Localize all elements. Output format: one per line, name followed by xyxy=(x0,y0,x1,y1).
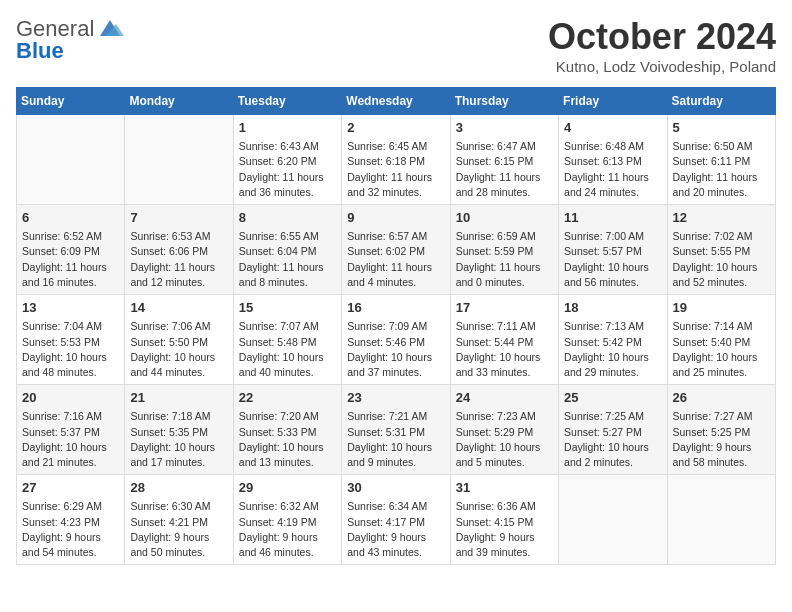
day-info: Sunrise: 6:57 AM Sunset: 6:02 PM Dayligh… xyxy=(347,229,444,290)
day-info: Sunrise: 6:50 AM Sunset: 6:11 PM Dayligh… xyxy=(673,139,770,200)
calendar-cell: 6Sunrise: 6:52 AM Sunset: 6:09 PM Daylig… xyxy=(17,205,125,295)
day-number: 19 xyxy=(673,299,770,317)
calendar-cell: 22Sunrise: 7:20 AM Sunset: 5:33 PM Dayli… xyxy=(233,385,341,475)
day-number: 14 xyxy=(130,299,227,317)
calendar-cell: 14Sunrise: 7:06 AM Sunset: 5:50 PM Dayli… xyxy=(125,295,233,385)
weekday-thursday: Thursday xyxy=(450,88,558,115)
weekday-wednesday: Wednesday xyxy=(342,88,450,115)
calendar-cell: 8Sunrise: 6:55 AM Sunset: 6:04 PM Daylig… xyxy=(233,205,341,295)
day-info: Sunrise: 7:09 AM Sunset: 5:46 PM Dayligh… xyxy=(347,319,444,380)
day-number: 1 xyxy=(239,119,336,137)
day-number: 25 xyxy=(564,389,661,407)
day-number: 18 xyxy=(564,299,661,317)
week-row-4: 20Sunrise: 7:16 AM Sunset: 5:37 PM Dayli… xyxy=(17,385,776,475)
logo-icon xyxy=(96,18,124,40)
calendar-cell: 1Sunrise: 6:43 AM Sunset: 6:20 PM Daylig… xyxy=(233,115,341,205)
location-text: Kutno, Lodz Voivodeship, Poland xyxy=(548,58,776,75)
month-title: October 2024 xyxy=(548,16,776,58)
calendar-cell: 11Sunrise: 7:00 AM Sunset: 5:57 PM Dayli… xyxy=(559,205,667,295)
calendar-cell: 27Sunrise: 6:29 AM Sunset: 4:23 PM Dayli… xyxy=(17,475,125,565)
calendar-cell xyxy=(667,475,775,565)
calendar-cell: 31Sunrise: 6:36 AM Sunset: 4:15 PM Dayli… xyxy=(450,475,558,565)
calendar-cell: 13Sunrise: 7:04 AM Sunset: 5:53 PM Dayli… xyxy=(17,295,125,385)
calendar-cell: 19Sunrise: 7:14 AM Sunset: 5:40 PM Dayli… xyxy=(667,295,775,385)
day-number: 11 xyxy=(564,209,661,227)
day-info: Sunrise: 6:32 AM Sunset: 4:19 PM Dayligh… xyxy=(239,499,336,560)
calendar-cell: 15Sunrise: 7:07 AM Sunset: 5:48 PM Dayli… xyxy=(233,295,341,385)
week-row-5: 27Sunrise: 6:29 AM Sunset: 4:23 PM Dayli… xyxy=(17,475,776,565)
day-number: 10 xyxy=(456,209,553,227)
day-info: Sunrise: 6:29 AM Sunset: 4:23 PM Dayligh… xyxy=(22,499,119,560)
day-number: 6 xyxy=(22,209,119,227)
day-number: 9 xyxy=(347,209,444,227)
weekday-sunday: Sunday xyxy=(17,88,125,115)
day-number: 12 xyxy=(673,209,770,227)
logo: General Blue xyxy=(16,16,124,64)
day-info: Sunrise: 6:59 AM Sunset: 5:59 PM Dayligh… xyxy=(456,229,553,290)
calendar-cell: 18Sunrise: 7:13 AM Sunset: 5:42 PM Dayli… xyxy=(559,295,667,385)
day-number: 3 xyxy=(456,119,553,137)
calendar-cell: 5Sunrise: 6:50 AM Sunset: 6:11 PM Daylig… xyxy=(667,115,775,205)
calendar-cell: 2Sunrise: 6:45 AM Sunset: 6:18 PM Daylig… xyxy=(342,115,450,205)
calendar-cell: 12Sunrise: 7:02 AM Sunset: 5:55 PM Dayli… xyxy=(667,205,775,295)
day-number: 16 xyxy=(347,299,444,317)
day-number: 8 xyxy=(239,209,336,227)
calendar-cell: 24Sunrise: 7:23 AM Sunset: 5:29 PM Dayli… xyxy=(450,385,558,475)
calendar-cell: 29Sunrise: 6:32 AM Sunset: 4:19 PM Dayli… xyxy=(233,475,341,565)
calendar-cell: 16Sunrise: 7:09 AM Sunset: 5:46 PM Dayli… xyxy=(342,295,450,385)
day-info: Sunrise: 7:04 AM Sunset: 5:53 PM Dayligh… xyxy=(22,319,119,380)
calendar-cell xyxy=(559,475,667,565)
day-info: Sunrise: 7:00 AM Sunset: 5:57 PM Dayligh… xyxy=(564,229,661,290)
day-info: Sunrise: 7:16 AM Sunset: 5:37 PM Dayligh… xyxy=(22,409,119,470)
calendar-cell: 23Sunrise: 7:21 AM Sunset: 5:31 PM Dayli… xyxy=(342,385,450,475)
calendar-cell: 3Sunrise: 6:47 AM Sunset: 6:15 PM Daylig… xyxy=(450,115,558,205)
weekday-friday: Friday xyxy=(559,88,667,115)
day-info: Sunrise: 6:43 AM Sunset: 6:20 PM Dayligh… xyxy=(239,139,336,200)
day-number: 30 xyxy=(347,479,444,497)
day-number: 2 xyxy=(347,119,444,137)
day-info: Sunrise: 6:52 AM Sunset: 6:09 PM Dayligh… xyxy=(22,229,119,290)
day-number: 27 xyxy=(22,479,119,497)
calendar-cell: 20Sunrise: 7:16 AM Sunset: 5:37 PM Dayli… xyxy=(17,385,125,475)
day-info: Sunrise: 6:53 AM Sunset: 6:06 PM Dayligh… xyxy=(130,229,227,290)
week-row-3: 13Sunrise: 7:04 AM Sunset: 5:53 PM Dayli… xyxy=(17,295,776,385)
day-number: 7 xyxy=(130,209,227,227)
weekday-monday: Monday xyxy=(125,88,233,115)
page-header: General Blue October 2024 Kutno, Lodz Vo… xyxy=(16,16,776,75)
day-info: Sunrise: 6:55 AM Sunset: 6:04 PM Dayligh… xyxy=(239,229,336,290)
day-info: Sunrise: 7:23 AM Sunset: 5:29 PM Dayligh… xyxy=(456,409,553,470)
day-number: 20 xyxy=(22,389,119,407)
weekday-tuesday: Tuesday xyxy=(233,88,341,115)
day-info: Sunrise: 7:27 AM Sunset: 5:25 PM Dayligh… xyxy=(673,409,770,470)
calendar-cell xyxy=(17,115,125,205)
weekday-saturday: Saturday xyxy=(667,88,775,115)
day-number: 17 xyxy=(456,299,553,317)
calendar-cell: 9Sunrise: 6:57 AM Sunset: 6:02 PM Daylig… xyxy=(342,205,450,295)
title-block: October 2024 Kutno, Lodz Voivodeship, Po… xyxy=(548,16,776,75)
day-number: 31 xyxy=(456,479,553,497)
calendar-cell: 26Sunrise: 7:27 AM Sunset: 5:25 PM Dayli… xyxy=(667,385,775,475)
day-info: Sunrise: 6:30 AM Sunset: 4:21 PM Dayligh… xyxy=(130,499,227,560)
day-number: 26 xyxy=(673,389,770,407)
calendar-cell: 7Sunrise: 6:53 AM Sunset: 6:06 PM Daylig… xyxy=(125,205,233,295)
day-info: Sunrise: 7:07 AM Sunset: 5:48 PM Dayligh… xyxy=(239,319,336,380)
calendar-cell: 30Sunrise: 6:34 AM Sunset: 4:17 PM Dayli… xyxy=(342,475,450,565)
day-info: Sunrise: 7:25 AM Sunset: 5:27 PM Dayligh… xyxy=(564,409,661,470)
day-info: Sunrise: 7:18 AM Sunset: 5:35 PM Dayligh… xyxy=(130,409,227,470)
day-number: 4 xyxy=(564,119,661,137)
day-info: Sunrise: 7:02 AM Sunset: 5:55 PM Dayligh… xyxy=(673,229,770,290)
day-info: Sunrise: 6:47 AM Sunset: 6:15 PM Dayligh… xyxy=(456,139,553,200)
day-number: 22 xyxy=(239,389,336,407)
day-number: 15 xyxy=(239,299,336,317)
calendar-cell: 21Sunrise: 7:18 AM Sunset: 5:35 PM Dayli… xyxy=(125,385,233,475)
calendar-table: SundayMondayTuesdayWednesdayThursdayFrid… xyxy=(16,87,776,565)
week-row-1: 1Sunrise: 6:43 AM Sunset: 6:20 PM Daylig… xyxy=(17,115,776,205)
day-info: Sunrise: 7:14 AM Sunset: 5:40 PM Dayligh… xyxy=(673,319,770,380)
day-info: Sunrise: 7:06 AM Sunset: 5:50 PM Dayligh… xyxy=(130,319,227,380)
day-number: 24 xyxy=(456,389,553,407)
day-info: Sunrise: 6:48 AM Sunset: 6:13 PM Dayligh… xyxy=(564,139,661,200)
day-info: Sunrise: 7:21 AM Sunset: 5:31 PM Dayligh… xyxy=(347,409,444,470)
day-info: Sunrise: 7:11 AM Sunset: 5:44 PM Dayligh… xyxy=(456,319,553,380)
day-info: Sunrise: 7:13 AM Sunset: 5:42 PM Dayligh… xyxy=(564,319,661,380)
day-info: Sunrise: 6:36 AM Sunset: 4:15 PM Dayligh… xyxy=(456,499,553,560)
